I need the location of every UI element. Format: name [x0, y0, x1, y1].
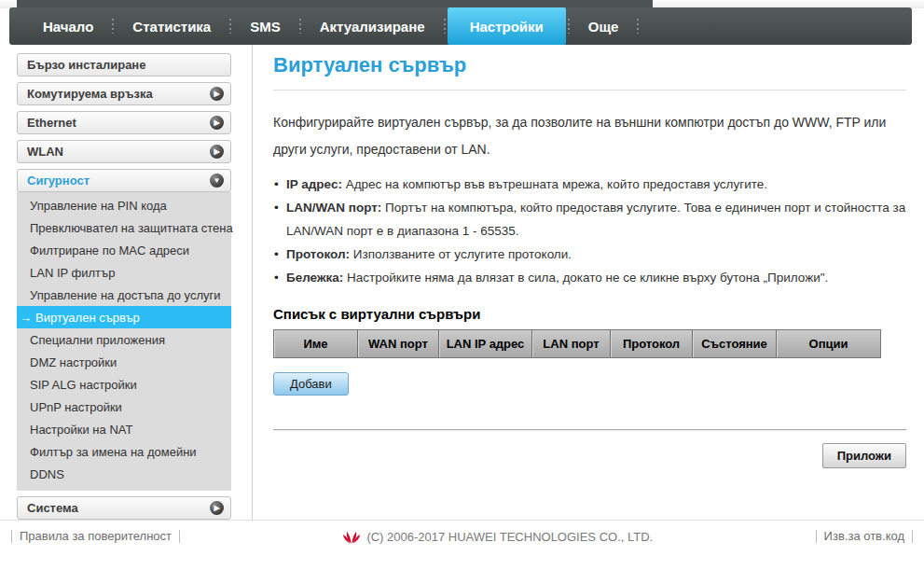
- bullet-text: Адрес на компютър във вътрешната мрежа, …: [342, 177, 767, 191]
- bullet-lead: Бележка:: [286, 271, 343, 285]
- table-header-row: Име WAN порт LAN IP адрес LAN порт Прото…: [274, 330, 880, 357]
- privacy-policy-link[interactable]: Правила за поверителност: [20, 529, 172, 543]
- sidebar-item-label: Бързо инсталиране: [27, 58, 145, 72]
- bullet-lan-wan-port: LAN/WAN порт: Портът на компютъра, който…: [273, 196, 906, 243]
- sidebar-item-label: Сигурност: [27, 174, 90, 188]
- huawei-logo-icon: [342, 529, 361, 545]
- sidebar-item-label: Ethernet: [27, 116, 76, 130]
- submenu-item-domain-name-filter[interactable]: Филтър за имена на домейни: [17, 440, 231, 463]
- footer: Правила за поверителност (C) 2006-2017 H…: [0, 520, 924, 570]
- nav-separator: [637, 19, 639, 34]
- sidebar-item-label: WLAN: [27, 145, 63, 159]
- apply-row: Приложи: [273, 443, 906, 468]
- virtual-server-table: Име WAN порт LAN IP адрес LAN порт Прото…: [273, 329, 881, 358]
- selected-arrow-icon: →: [20, 311, 32, 325]
- intro-text: Конфигурирайте виртуален сървър, за да п…: [273, 109, 906, 163]
- footer-separator: [11, 530, 12, 543]
- sidebar-item-label: Комутируема връзка: [27, 87, 153, 101]
- submenu-item-nat[interactable]: Настройки на NAT: [17, 418, 231, 440]
- sidebar-item-label: Система: [27, 501, 78, 515]
- apply-button[interactable]: Приложи: [822, 443, 906, 468]
- footer-left: Правила за поверителност: [11, 529, 180, 543]
- submenu-item-lan-ip-filter[interactable]: LAN IP филтър: [17, 261, 231, 284]
- submenu-item-sip-alg[interactable]: SIP ALG настройки: [17, 373, 231, 396]
- sidebar-item-system[interactable]: Система ▶: [17, 496, 231, 520]
- nav-item-sms[interactable]: SMS: [233, 7, 297, 45]
- submenu-item-pin-management[interactable]: Управление на PIN кода: [17, 194, 231, 216]
- footer-right: Изв.за отв.код: [816, 529, 913, 543]
- chevron-right-circle-icon: ▶: [210, 116, 224, 130]
- nav-item-home[interactable]: Начало: [26, 7, 110, 45]
- virtual-server-list-heading: Списък с виртуални сървъри: [273, 306, 906, 322]
- bullet-lead: LAN/WAN порт:: [286, 201, 381, 215]
- chevron-right-circle-icon: ▶: [210, 87, 224, 101]
- content-vertical-divider: [252, 45, 253, 520]
- submenu-item-firewall-switch[interactable]: Превключвател на защитната стена: [17, 216, 231, 239]
- bullet-text: Настройките няма да влязат в сила, докат…: [343, 271, 828, 285]
- submenu-item-mac-filtering[interactable]: Филтриране по MAC адреси: [17, 239, 231, 261]
- copyright-text: (C) 2006-2017 HUAWEI TECHNOLOGIES CO., L…: [366, 530, 653, 544]
- submenu-item-upnp[interactable]: UPnP настройки: [17, 396, 231, 418]
- bullet-note: Бележка: Настройките няма да влязат в си…: [273, 266, 906, 289]
- bullet-ip-address: IP адрес: Адрес на компютър във вътрешна…: [273, 173, 906, 196]
- col-header-status: Състояние: [693, 330, 777, 357]
- footer-separator: [816, 530, 817, 543]
- chevron-down-circle-icon: ▼: [210, 174, 224, 188]
- nav-separator: [229, 19, 231, 34]
- sidebar-item-quick-setup[interactable]: Бързо инсталиране: [17, 53, 231, 76]
- open-source-notice-link[interactable]: Изв.за отв.код: [824, 529, 904, 543]
- bullet-lead: IP адрес:: [286, 177, 342, 191]
- nav-separator: [568, 19, 570, 34]
- col-header-protocol: Протокол: [611, 330, 693, 357]
- sidebar-item-security[interactable]: Сигурност ▼: [17, 169, 231, 192]
- help-bullet-list: IP адрес: Адрес на компютър във вътрешна…: [273, 173, 906, 289]
- submenu-item-virtual-server-selected[interactable]: → Виртуален сървър: [17, 306, 231, 328]
- bullet-protocol: Протокол: Използваните от услугите прото…: [273, 243, 906, 266]
- footer-separator: [912, 530, 913, 543]
- col-header-lan-port: LAN порт: [532, 330, 611, 357]
- main-content: Виртуален сървър Конфигурирайте виртуале…: [273, 53, 906, 468]
- col-header-name: Име: [274, 330, 358, 357]
- sidebar: Бързо инсталиране Комутируема връзка ▶ E…: [17, 53, 231, 525]
- nav-item-update[interactable]: Актуализиране: [303, 7, 442, 45]
- nav-item-statistics[interactable]: Статистика: [116, 7, 228, 45]
- bullet-lead: Протокол:: [286, 247, 350, 261]
- nav-item-more[interactable]: Още: [572, 7, 636, 45]
- col-header-lan-ip: LAN IP адрес: [439, 330, 532, 357]
- sidebar-item-ethernet[interactable]: Ethernet ▶: [17, 111, 231, 134]
- sidebar-item-wlan[interactable]: WLAN ▶: [17, 140, 231, 163]
- submenu-item-dmz[interactable]: DMZ настройки: [17, 351, 231, 373]
- nav-separator: [112, 19, 114, 34]
- page-title: Виртуален сървър: [273, 53, 906, 90]
- content-divider: [273, 429, 906, 431]
- add-button[interactable]: Добави: [273, 372, 349, 396]
- bullet-text: Използваните от услугите протоколи.: [350, 247, 572, 261]
- footer-center: (C) 2006-2017 HUAWEI TECHNOLOGIES CO., L…: [180, 529, 816, 545]
- submenu-item-special-applications[interactable]: Специални приложения: [17, 328, 231, 351]
- nav-separator: [444, 19, 446, 34]
- security-submenu: Управление на PIN кода Превключвател на …: [17, 192, 231, 491]
- submenu-item-access-management[interactable]: Управление на достъпа до услуги: [17, 284, 231, 306]
- nav-item-settings-active[interactable]: Настройки: [448, 7, 566, 45]
- col-header-wan-port: WAN порт: [358, 330, 439, 357]
- chevron-right-circle-icon: ▶: [210, 145, 224, 159]
- submenu-item-label: Виртуален сървър: [35, 311, 140, 325]
- nav-separator: [299, 19, 301, 34]
- col-header-options: Опции: [777, 330, 880, 357]
- top-navbar: Начало Статистика SMS Актуализиране Наст…: [9, 7, 912, 45]
- submenu-item-ddns[interactable]: DDNS: [17, 463, 231, 485]
- chevron-right-circle-icon: ▶: [210, 501, 224, 515]
- sidebar-item-dialup[interactable]: Комутируема връзка ▶: [17, 82, 231, 105]
